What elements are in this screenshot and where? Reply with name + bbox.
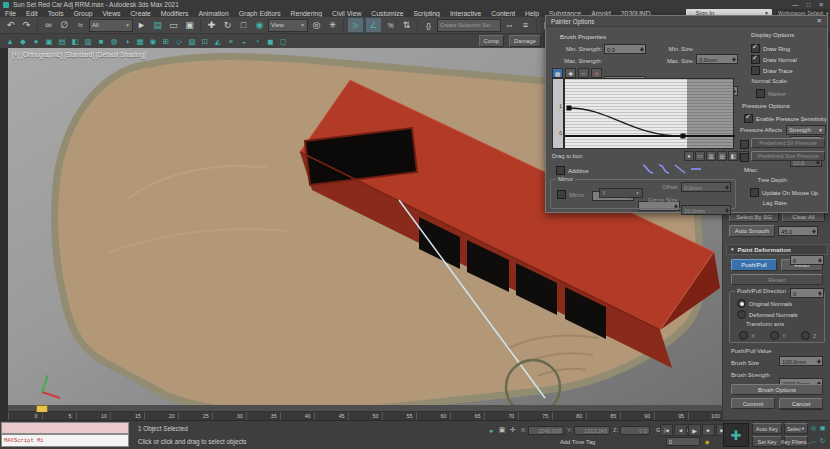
minimize-button[interactable]: — [792,1,799,9]
auto-key-button[interactable]: Auto Key [752,423,782,434]
toolbar2-icon[interactable]: ≡ [225,36,237,47]
predefined-size-checkbox[interactable] [740,153,749,162]
rectangular-selection-region-icon[interactable]: ▭ [166,18,181,32]
bind-to-space-warp-icon[interactable]: ≈ [73,18,88,32]
update-on-mouse-up-checkbox[interactable]: Update On Mouse Up [750,188,818,197]
toolbar2-icon[interactable]: ◇ [173,36,185,47]
toolbar2-icon[interactable]: ◉ [147,36,159,47]
push-pull-button[interactable]: Push/Pull [731,259,777,271]
predefined-str-pressure-button[interactable]: Predefined Str Pressure [751,138,825,148]
angle-snap-icon[interactable]: ∠ [365,17,382,33]
unlink-selection-icon[interactable]: ∅ [57,18,72,32]
y-coordinate-field[interactable]: 1313.245 [574,426,610,435]
menu-item[interactable]: Graph Editors [234,10,286,17]
preset-linear-icon[interactable] [674,164,686,174]
mirror-axis-dropdown[interactable]: X▼ [599,188,643,198]
menu-item[interactable]: Customize [366,10,408,17]
isolate-selection-icon[interactable]: ● [486,425,496,435]
zoom-icon[interactable]: ◎ [809,423,818,432]
enable-pressure-sensitivity-checkbox[interactable]: Enable Pressure Sensitivity [744,114,827,123]
offset-field[interactable]: 0.0mm [681,182,731,192]
named-selection-set-field[interactable]: Create Selection Set [437,19,501,32]
toolbar2-icon[interactable]: ▥ [82,36,94,47]
menu-item[interactable]: Animation [193,10,233,17]
menu-item[interactable]: Tools [43,10,69,17]
curve-delete-point-icon[interactable]: ✕ [591,68,602,78]
curve-display-icon[interactable]: ▥ [706,151,716,161]
cancel-button[interactable]: Cancel [779,398,823,409]
menu-item[interactable]: Views [97,10,125,17]
menu-item[interactable]: Modifiers [156,10,194,17]
menu-item[interactable]: Civil View [327,10,366,17]
axis-x-radio[interactable]: X [739,331,755,340]
undo-icon[interactable]: ↶ [3,18,18,32]
toolbar2-icon[interactable]: ◻ [277,36,289,47]
title-bar[interactable]: Sun Set Red Car Adj RRM.max - Autodesk 3… [0,0,830,9]
selection-lock-icon[interactable]: ▣ [497,425,507,435]
preset-ease-steep-icon[interactable] [642,164,654,174]
select-and-link-icon[interactable]: ∞ [41,18,56,32]
reference-coordinate-dropdown[interactable]: View▼ [268,19,308,32]
push-pull-value-field[interactable]: 100.0mm [779,356,823,366]
go-to-start-icon[interactable]: |◀ [660,424,673,436]
toolbar2-icon[interactable]: ▲ [4,36,16,47]
use-center-icon[interactable]: ◎ [309,18,324,32]
original-normals-radio[interactable]: Original Normals [737,299,792,308]
spinner-snap-icon[interactable]: ⇅ [399,18,414,32]
toolbar2-icon[interactable]: ◭ [212,36,224,47]
pressure-affects-dropdown[interactable]: Strength▼ [786,125,826,135]
menu-item[interactable]: File [0,10,21,17]
toolbar2-icon[interactable]: ● [30,36,42,47]
toolbar2-icon[interactable]: ▣ [43,36,55,47]
deformed-normals-radio[interactable]: Deformed Normals [737,310,798,319]
lag-rate-field[interactable]: 0 [790,288,824,298]
draw-ring-checkbox[interactable]: Draw Ring [751,44,790,53]
auto-smooth-button[interactable]: Auto Smooth [729,225,775,237]
curve-move-point-icon[interactable]: ✚ [565,68,576,78]
orbit-icon[interactable]: ↻ [818,436,827,445]
coordinate-display-icon[interactable]: ✛ [508,425,518,435]
curve-scale-point-icon[interactable]: ↔ [578,68,589,78]
set-key-button[interactable]: Set Key [752,436,782,447]
add-time-tag[interactable]: Add Time Tag [560,439,595,445]
curve-display-icon[interactable]: ▭ [695,151,705,161]
brush-options-button[interactable]: Brush Options [731,384,823,395]
additive-checkbox[interactable]: Additive [556,166,589,175]
preset-flat-icon[interactable] [690,164,702,174]
track-bar-ruler[interactable]: 0510152025303540455055606570758085909510… [8,412,722,420]
play-icon[interactable]: ▶ [688,424,701,436]
select-and-scale-icon[interactable]: □ [236,18,251,32]
select-and-rotate-icon[interactable]: ↻ [220,18,235,32]
curve-display-icon[interactable]: ◧ [728,151,738,161]
toolbar2-icon[interactable]: ◍ [108,36,120,47]
selection-filter-dropdown[interactable]: All▼ [89,19,133,32]
menu-item[interactable]: Create [125,10,155,17]
menu-item[interactable]: Scripting [408,10,444,17]
menu-item[interactable]: Group [69,10,98,17]
min-size-field[interactable]: 0.0mm [696,54,738,64]
revert-button[interactable]: Revert [731,274,823,285]
draw-trace-checkbox[interactable]: Draw Trace [751,66,793,75]
toolbar2-icon[interactable]: ◼ [264,36,276,47]
redo-icon[interactable]: ↷ [19,18,34,32]
mirror-checkbox[interactable]: Mirror [557,190,584,199]
curve-display-icon[interactable]: ▤ [717,151,727,161]
z-coordinate-field[interactable]: 0.0 [620,426,650,435]
toolbar2-icon[interactable]: ⊞ [160,36,172,47]
axis-z-radio[interactable]: Z [801,331,817,340]
zoom-extents-icon[interactable]: ▣ [818,423,827,432]
menu-item[interactable]: Interactive [445,10,486,17]
edit-named-selection-sets-icon[interactable]: {} [421,18,436,32]
mirror-icon[interactable]: ⇔ [502,18,517,32]
curve-display-icon[interactable]: ● [684,151,694,161]
select-and-manipulate-icon[interactable]: ✳ [325,18,340,32]
tree-depth-field[interactable]: 6 [790,255,824,265]
maximize-button[interactable]: □ [807,1,811,9]
key-filters-button[interactable]: Key Filters... [784,436,808,447]
snaps-toggle-icon[interactable]: 3³ [347,17,364,33]
select-by-name-icon[interactable]: ▤ [150,18,165,32]
toolbar2-icon[interactable]: ▤ [56,36,68,47]
close-button[interactable]: ✕ [819,1,824,9]
damage-button[interactable]: Damage [509,35,541,47]
maxscript-mini-listener[interactable]: MAXScript Mi [1,434,129,447]
